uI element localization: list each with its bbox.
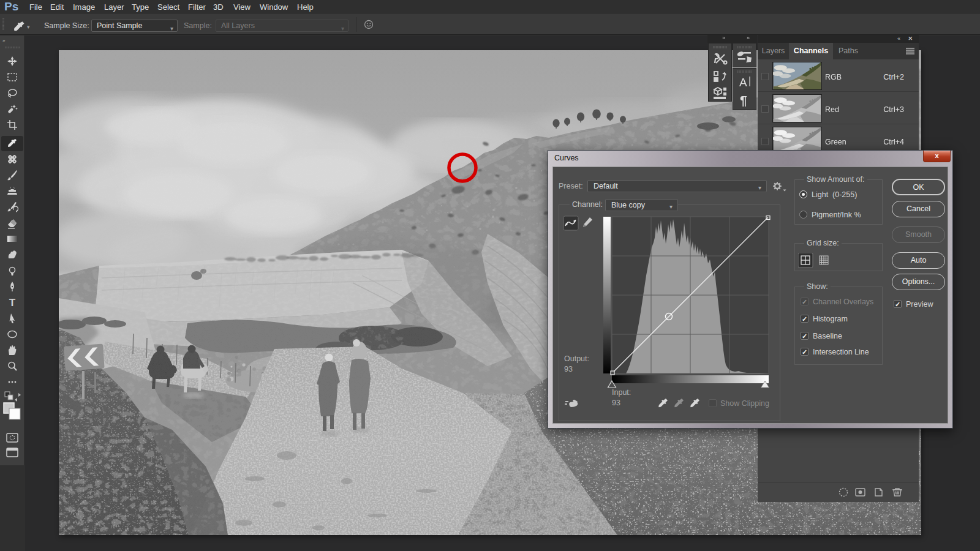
svg-text:¶: ¶ <box>740 93 747 107</box>
svg-text:T: T <box>9 297 16 309</box>
svg-text:A: A <box>739 76 747 89</box>
svg-text:»: » <box>2 38 6 43</box>
